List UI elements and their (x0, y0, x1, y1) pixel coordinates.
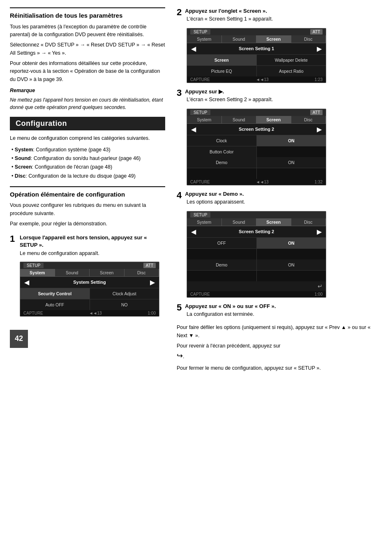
dvd-screen-1: SETUP ATT System Sound Screen Disc ◀ Sys… (20, 262, 159, 317)
cell-screen-2[interactable]: Screen (187, 55, 256, 65)
cell-picture-eq-2[interactable]: Picture EQ (187, 66, 256, 76)
cell-no[interactable]: NO (90, 299, 159, 310)
tab-screen-2[interactable]: Screen (256, 35, 291, 43)
tab-sound-3[interactable]: Sound (222, 116, 257, 123)
capture-3: CAPTURE (190, 180, 210, 184)
section-operation-title: Opération élémentaire de configuration (10, 190, 165, 199)
left-column: Réinitialisation de tous les paramètres … (0, 7, 173, 549)
remarque-body: Ne mettez pas l'appareil hors tension en… (10, 96, 165, 111)
tab-disc-1[interactable]: Disc (125, 269, 159, 276)
left-arrow-4[interactable]: ◀ (189, 228, 198, 236)
step-2-num: 2 (177, 7, 182, 17)
clock-label[interactable]: Clock (187, 135, 256, 146)
tab-system-3[interactable]: System (187, 116, 222, 123)
left-arrow-1[interactable]: ◀ (23, 278, 31, 286)
bullet-screen: Screen: Configuration de l'écran (page 4… (12, 163, 165, 171)
dvd-grid-2: Screen Wallpaper Delete Picture EQ Aspec… (187, 55, 326, 76)
tab-system-4[interactable]: System (187, 218, 222, 226)
right-arrow-4[interactable]: ▶ (315, 228, 323, 236)
step-3-block: 3 Appuyez sur ▶. L'écran « Screen Settin… (177, 88, 376, 104)
dvd-main-row-3: ◀ Screen Setting 2 ▶ (187, 124, 326, 135)
dvd-tab-row-3: System Sound Screen Disc (187, 116, 326, 124)
tab-sound-2[interactable]: Sound (222, 35, 257, 43)
bullet-disc: Disc: Configuration de la lecture du dis… (12, 172, 165, 181)
dvd-bottom-bar-1: CAPTURE ◄◄13 1:00 (20, 310, 159, 316)
back-icon-4[interactable]: ↵ (187, 281, 326, 291)
on-value-4a[interactable]: ON (257, 238, 326, 248)
bottom-text: Pour faire défiler les options (uniqueme… (177, 323, 376, 372)
section-reinitialisation: Réinitialisation de tous les paramètres … (10, 7, 165, 111)
section-reinitialisation-body: Tous les paramètres (à l'exception du pa… (10, 23, 165, 111)
cell-auto-off[interactable]: Auto OFF (20, 299, 90, 310)
cell-clock-adjust[interactable]: Clock Adjust (90, 288, 159, 299)
dvd-top-bar-3: SETUP ATT (187, 109, 326, 116)
time-3: 1:32 (315, 180, 323, 184)
dvd-screen-2: SETUP ATT System Sound Screen Disc ◀ Scr… (187, 28, 326, 83)
bullet-system: System: Configuration système (page 43) (12, 146, 165, 154)
cell-aspect-2[interactable]: Aspect Ratio (257, 66, 326, 76)
empty-4d (257, 271, 326, 281)
tab-system-1[interactable]: System (20, 269, 55, 276)
tab-sound-1[interactable]: Sound (55, 269, 90, 276)
center-label-3: Screen Setting 2 (198, 127, 315, 132)
dvd-grid-1: Security Control Clock Adjust Auto OFF N… (20, 288, 159, 310)
dvd-row-grid-4a: OFF ON (187, 238, 326, 259)
step-5-block: 5 Appuyez sur « ON » ou sur « OFF ». La … (177, 303, 376, 318)
vol-1: ◄◄13 (89, 311, 102, 315)
tab-system-2[interactable]: System (187, 35, 222, 43)
att-label-2: ATT (310, 29, 323, 35)
vol-2: ◄◄13 (256, 77, 269, 82)
step-5-num: 5 (177, 303, 182, 313)
capture-1: CAPTURE (23, 311, 43, 315)
tab-disc-2[interactable]: Disc (291, 35, 326, 43)
demo-label-4[interactable]: Demo (187, 259, 256, 270)
left-arrow-2[interactable]: ◀ (189, 45, 198, 53)
bottom-para-3: Pour fermer le menu de configuration, ap… (177, 364, 376, 372)
tab-sound-4[interactable]: Sound (222, 218, 257, 226)
tab-screen-4[interactable]: Screen (256, 218, 291, 226)
button-color-label[interactable]: Button Color (187, 146, 256, 157)
step-2-title: Appuyez sur l'onglet « Screen ». (177, 7, 376, 15)
dvd-top-bar-4: SETUP (187, 211, 326, 218)
dvd-bottom-bar-3: CAPTURE ◄◄13 1:32 (187, 179, 326, 185)
para-1: Tous les paramètres (à l'exception du pa… (10, 23, 165, 39)
left-arrow-3[interactable]: ◀ (189, 125, 198, 133)
step-2-sub: L'écran « Screen Setting 1 » apparaît. (177, 15, 376, 23)
on-value-3b[interactable]: ON (257, 157, 326, 168)
dvd-top-bar-2: SETUP ATT (187, 28, 326, 35)
dvd-screen-4: SETUP System Sound Screen Disc ◀ Screen … (187, 211, 326, 298)
step-3-sub: L'écran « Screen Setting 2 » apparaît. (177, 96, 376, 104)
bullet-sound: Sound: Configuration du son/du haut-parl… (12, 154, 165, 163)
cell-security[interactable]: Security Control (20, 288, 90, 299)
on-value-4b[interactable]: ON (257, 259, 326, 270)
section-operation: Opération élémentaire de configuration V… (10, 186, 165, 228)
tab-disc-4[interactable]: Disc (291, 218, 326, 226)
dvd-row-grid-3b: Demo ON (187, 157, 326, 179)
para-2: Sélectionnez « DVD SETUP » → « Reset DVD… (10, 41, 165, 57)
step-4-num: 4 (177, 190, 182, 200)
right-arrow-2[interactable]: ▶ (315, 45, 323, 53)
dvd-top-bar-1: SETUP ATT (20, 262, 159, 269)
dvd-rows-4: OFF ON Demo ON (187, 238, 326, 281)
off-label-4[interactable]: OFF (187, 238, 256, 248)
dvd-bottom-bar-2: CAPTURE ◄◄13 1:23 (187, 76, 326, 83)
capture-2: CAPTURE (190, 77, 210, 82)
step-3-title: Appuyez sur ▶. (177, 88, 376, 95)
right-arrow-1[interactable]: ▶ (148, 278, 157, 286)
dvd-main-row-2: ◀ Screen Setting 1 ▶ (187, 43, 326, 55)
right-arrow-3[interactable]: ▶ (315, 125, 323, 133)
section-operation-body: Vous pouvez configurer les rubriques du … (10, 202, 165, 228)
cell-wallpaper-2[interactable]: Wallpaper Delete (257, 55, 326, 65)
step-3-num: 3 (177, 88, 182, 98)
on-value-3a[interactable]: ON (257, 135, 326, 146)
time-1: 1:00 (148, 311, 156, 315)
tab-disc-3[interactable]: Disc (291, 116, 326, 123)
demo-label-3[interactable]: Demo (187, 157, 256, 168)
dvd-screen-3: SETUP ATT System Sound Screen Disc ◀ Scr… (187, 109, 326, 185)
empty-4b (257, 249, 326, 259)
setup-label-3: SETUP (190, 110, 210, 115)
tab-screen-3[interactable]: Screen (256, 116, 291, 123)
remarque-title: Remarque (10, 87, 165, 95)
tab-screen-1[interactable]: Screen (90, 269, 125, 276)
step-1-num: 1 (10, 234, 15, 244)
